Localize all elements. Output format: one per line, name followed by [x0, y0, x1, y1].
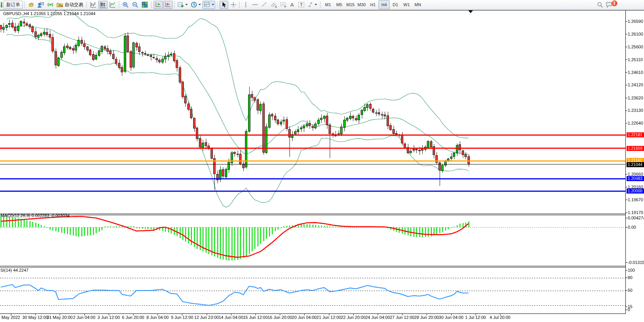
fibonacci-glyph: F: [284, 5, 286, 9]
timeframe-h1[interactable]: H1: [367, 0, 379, 9]
chart-shift-icon: [164, 1, 171, 8]
price-axis-label: 1.25600: [628, 45, 643, 49]
zoom-in-button[interactable]: [121, 1, 130, 9]
search-icon[interactable]: [597, 2, 603, 8]
price-axis-label: 1.20660: [628, 172, 643, 176]
timeframe-h4[interactable]: H4: [379, 0, 390, 9]
dropdown-caret: [315, 4, 317, 5]
vertical-line-icon: [243, 2, 249, 8]
line-chart-icon: [109, 1, 116, 8]
notification-badge[interactable]: 1: [611, 0, 617, 6]
time-axis-label: 2 Jun 04:00: [73, 315, 96, 320]
symbol-period: GBPUSD-,H4: [3, 11, 29, 16]
line-chart-button[interactable]: [108, 1, 117, 9]
signal-button[interactable]: [46, 1, 55, 9]
crosshair-button[interactable]: [229, 1, 238, 9]
mt4-window: 新订单: [0, 0, 644, 322]
auto-scroll-button[interactable]: [154, 1, 163, 9]
timeframe-d1[interactable]: D1: [390, 0, 401, 9]
time-axis-label: 16 Jun 20:00: [267, 315, 292, 320]
dropdown-caret: [212, 4, 214, 5]
new-order-button[interactable]: 新订单: [3, 1, 23, 9]
candlestick-chart-button[interactable]: [98, 1, 108, 9]
chart-canvas[interactable]: [0, 10, 644, 322]
time-axis-label: 15 Jun 12:00: [243, 315, 268, 320]
time-axis-label: 31 May 20:00: [47, 315, 73, 320]
auto-trading-button[interactable]: 自动交易: [55, 1, 84, 9]
period-clock-button[interactable]: [189, 1, 202, 9]
timeframe-m30[interactable]: M30: [356, 0, 367, 9]
time-axis-label: 21 Jun 12:00: [317, 315, 341, 320]
price-axis-label: 1.26100: [628, 32, 643, 36]
separator: [24, 1, 25, 8]
price-axis-label: 1.24610: [628, 70, 643, 75]
market-gold-button[interactable]: [26, 1, 36, 9]
time-axis-label: May 2022: [2, 315, 20, 320]
time-axis-label: 22 Jun 20:00: [341, 315, 366, 320]
time-axis-label: 12 Jun 23:00: [194, 315, 219, 320]
signal-icon: [47, 1, 54, 8]
bar-chart-button[interactable]: [89, 1, 98, 9]
toolbar-right: [597, 2, 643, 8]
auto-trading-icon: [57, 1, 63, 8]
time-axis-label: 28 Jun 20:00: [414, 315, 439, 320]
trendline-icon: [261, 2, 267, 8]
macd-axis-label: 0.004274: [628, 216, 644, 220]
bar-chart-icon: [90, 1, 97, 8]
price-level-tag: 1.21659: [627, 146, 644, 151]
separator: [119, 1, 119, 8]
timeframe-w1[interactable]: W1: [401, 0, 412, 9]
edge-clipped-icon: [1, 2, 2, 7]
fibonacci-button[interactable]: F: [278, 1, 287, 9]
arrows-button[interactable]: [306, 1, 318, 9]
text-label-icon: T: [298, 2, 304, 7]
timeframe-m15[interactable]: M15: [345, 0, 356, 9]
timeframe-mn[interactable]: MN: [412, 0, 423, 9]
auto-scroll-icon: [155, 1, 162, 8]
rsi-axis-label: 50: [628, 288, 632, 293]
time-axis-label: 1 Jul 12:00: [465, 315, 486, 320]
indicators-button[interactable]: [202, 1, 215, 9]
horizontal-line-button[interactable]: [250, 1, 259, 9]
macd-axis-label: -0.013153: [628, 260, 644, 265]
macd-axis-label: 0.00: [628, 225, 636, 230]
price-axis-label: 1.25110: [628, 57, 643, 62]
text-icon: A: [290, 2, 294, 8]
time-axis-label: 30 May 12:00: [22, 315, 48, 320]
zoom-out-icon: [132, 1, 139, 8]
time-axis-label: 14 Jun 04:00: [219, 315, 243, 320]
horizontal-line-icon: [252, 2, 258, 8]
dropdown-caret: [199, 4, 201, 5]
chart-shift-marker-icon[interactable]: [468, 10, 473, 13]
rsi-axis-label: 100: [628, 268, 635, 272]
auto-trading-label: 自动交易: [65, 2, 83, 8]
trader-button[interactable]: [36, 1, 45, 9]
ohlc-values: 1.21055 1.21055 1.21044 1.21044: [30, 11, 95, 16]
timeframe-m1[interactable]: M1: [322, 0, 334, 9]
vertical-line-button[interactable]: [241, 1, 250, 9]
chart-shift-button[interactable]: [163, 1, 173, 9]
time-axis-label: 24 Jun 04:00: [365, 315, 390, 320]
channel-glyph: E: [275, 5, 277, 9]
time-axis-label: 27 Jun 12:00: [390, 315, 414, 320]
text-button[interactable]: A: [288, 1, 296, 9]
timeframe-group: M1M5M15M30H1H4D1W1MN: [322, 0, 423, 9]
tile-windows-button[interactable]: [140, 1, 149, 9]
zoom-out-button[interactable]: [130, 1, 140, 9]
timeframe-m5[interactable]: M5: [334, 0, 345, 9]
price-axis-label: 1.19170: [628, 210, 643, 215]
dropdown-caret: [185, 4, 188, 5]
new-chart-button[interactable]: [176, 1, 189, 9]
text-label-button[interactable]: T: [297, 1, 306, 9]
chart-title: GBPUSD-,H4 1.21055 1.21055 1.21044 1.210…: [3, 11, 96, 16]
separator: [174, 1, 175, 8]
price-axis-label: 1.24120: [628, 82, 643, 87]
arrows-icon: [307, 2, 313, 8]
channel-button[interactable]: E: [269, 1, 278, 9]
price-level-tag: 1.20483: [627, 176, 644, 181]
period-clock-icon: [190, 1, 197, 8]
grip: [320, 2, 321, 8]
cursor-button[interactable]: [219, 1, 228, 9]
time-axis-label: 3 Jun 12:00: [98, 315, 120, 320]
trendline-button[interactable]: [260, 1, 269, 9]
